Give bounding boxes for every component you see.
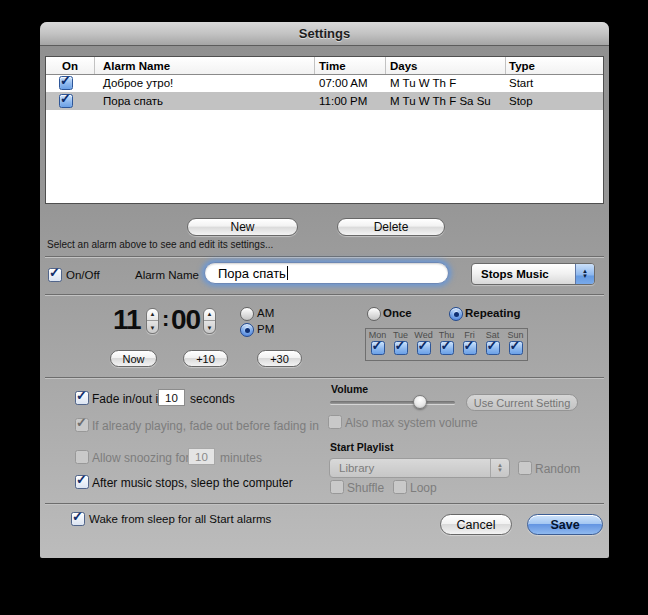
once-label: Once [383, 307, 412, 319]
day-tue: Tue [389, 329, 412, 360]
alarm-1-on-checkbox[interactable] [59, 76, 73, 90]
playlist-popup-value: Library [330, 462, 490, 474]
alarm-1-time: 07:00 AM [315, 77, 386, 89]
alarm-type-popup[interactable]: Stops Music ▲▼ [471, 263, 595, 285]
alarm-name-input[interactable]: Пора спать [204, 262, 449, 284]
now-button[interactable]: Now [110, 350, 157, 367]
settings-window: Settings On Alarm Name Time Days Type До… [40, 22, 609, 558]
stepper-up-icon[interactable]: ▲ [207, 311, 213, 317]
snooze-label-pre: Allow snoozing for [92, 451, 189, 465]
alarm-name-label: Alarm Name [135, 269, 199, 281]
fade-label-pre: Fade in/out in [92, 392, 165, 406]
volume-slider-track[interactable] [330, 401, 455, 404]
shuffle-label: Shuffle [347, 481, 384, 495]
cancel-button[interactable]: Cancel [440, 514, 512, 535]
alarm-1-type: Start [506, 77, 603, 89]
table-row-alarm-2-selected[interactable]: Пора спать 11:00 PM M Tu W Th F Sa Su St… [46, 92, 603, 110]
playlist-popup: Library ▲▼ [329, 458, 510, 478]
hour-stepper[interactable]: ▲▼ [146, 308, 159, 334]
popup-stepper-icon: ▲▼ [575, 264, 594, 284]
screen: Settings On Alarm Name Time Days Type До… [0, 0, 648, 615]
sleep-label: After music stops, sleep the computer [92, 476, 293, 490]
day-sun-checkbox[interactable] [509, 341, 523, 355]
day-thu: Thu [435, 329, 458, 360]
day-wed: Wed [412, 329, 435, 360]
day-fri: Fri [458, 329, 481, 360]
max-volume-label: Also max system volume [345, 416, 478, 430]
fade-checkbox[interactable] [75, 391, 89, 405]
divider-1 [45, 256, 604, 258]
divider-4 [45, 503, 604, 505]
col-header-time[interactable]: Time [315, 57, 386, 74]
table-row-alarm-1[interactable]: Доброе утро! 07:00 AM M Tu W Th F Start [46, 74, 603, 92]
pm-label: PM [257, 323, 274, 335]
day-sat-checkbox[interactable] [486, 341, 500, 355]
text-caret [287, 266, 288, 280]
repeating-radio[interactable] [449, 307, 463, 321]
new-button[interactable]: New [187, 218, 298, 236]
divider-3 [45, 377, 604, 379]
repeating-label: Repeating [465, 307, 521, 319]
volume-label: Volume [331, 383, 368, 395]
fade-label-post: seconds [190, 392, 235, 406]
col-header-days[interactable]: Days [386, 57, 506, 74]
day-mon-checkbox[interactable] [371, 341, 385, 355]
onoff-checkbox[interactable] [48, 268, 62, 282]
start-playlist-label: Start Playlist [330, 441, 394, 453]
day-thu-checkbox[interactable] [440, 341, 454, 355]
stepper-down-icon: ▼ [582, 274, 588, 279]
col-header-on[interactable]: On [46, 57, 95, 74]
window-title: Settings [299, 26, 350, 41]
random-label: Random [535, 462, 580, 476]
minute-stepper[interactable]: ▲▼ [203, 308, 216, 334]
alarm-2-time: 11:00 PM [315, 95, 386, 107]
plus-30-button[interactable]: +30 [257, 350, 302, 367]
alarm-1-days: M Tu W Th F [386, 77, 506, 89]
loop-label: Loop [410, 481, 437, 495]
stepper-down-icon: ▼ [497, 468, 503, 473]
day-wed-checkbox[interactable] [417, 341, 431, 355]
already-playing-checkbox [75, 418, 89, 432]
delete-button[interactable]: Delete [337, 218, 445, 236]
volume-slider-thumb[interactable] [413, 395, 427, 409]
once-radio[interactable] [367, 307, 381, 321]
alarm-type-popup-value: Stops Music [472, 268, 575, 280]
max-volume-checkbox [328, 415, 342, 429]
plus-10-button[interactable]: +10 [183, 350, 228, 367]
snooze-checkbox [75, 450, 89, 464]
day-fri-checkbox[interactable] [463, 341, 477, 355]
wake-checkbox[interactable] [71, 512, 85, 526]
alarm-1-name: Доброе утро! [95, 77, 315, 89]
alarm-table[interactable]: On Alarm Name Time Days Type Доброе утро… [45, 56, 604, 204]
popup-stepper-icon: ▲▼ [490, 459, 509, 477]
pm-radio[interactable] [240, 323, 254, 337]
alarm-2-on-checkbox[interactable] [59, 94, 73, 108]
fade-seconds-input[interactable]: 10 [158, 389, 185, 406]
alarm-2-type: Stop [506, 95, 603, 107]
wake-label: Wake from sleep for all Start alarms [89, 513, 271, 525]
alarm-2-name: Пора спать [95, 95, 315, 107]
stepper-up-icon[interactable]: ▲ [150, 311, 156, 317]
stepper-down-icon[interactable]: ▼ [207, 325, 213, 331]
save-button[interactable]: Save [527, 514, 603, 535]
col-header-type[interactable]: Type [506, 57, 603, 74]
day-tue-checkbox[interactable] [394, 341, 408, 355]
hour-value: 11 [113, 304, 141, 336]
alarm-2-days: M Tu W Th F Sa Su [386, 95, 506, 107]
use-current-setting-button: Use Current Setting [466, 394, 578, 411]
col-header-alarm-name[interactable]: Alarm Name [95, 57, 315, 74]
title-bar[interactable]: Settings [40, 22, 609, 46]
alarm-name-value: Пора спать [218, 266, 286, 281]
random-checkbox [518, 461, 532, 475]
loop-checkbox [393, 480, 407, 494]
weekday-box: Mon Tue Wed Thu Fri Sat Sun [365, 328, 528, 361]
onoff-label: On/Off [66, 269, 100, 281]
sleep-checkbox[interactable] [75, 475, 89, 489]
divider-2 [45, 294, 604, 296]
day-sun: Sun [504, 329, 527, 360]
already-playing-label: If already playing, fade out before fadi… [92, 419, 319, 433]
stepper-down-icon[interactable]: ▼ [150, 325, 156, 331]
day-mon: Mon [366, 329, 389, 360]
am-radio[interactable] [240, 307, 254, 321]
am-label: AM [257, 307, 274, 319]
